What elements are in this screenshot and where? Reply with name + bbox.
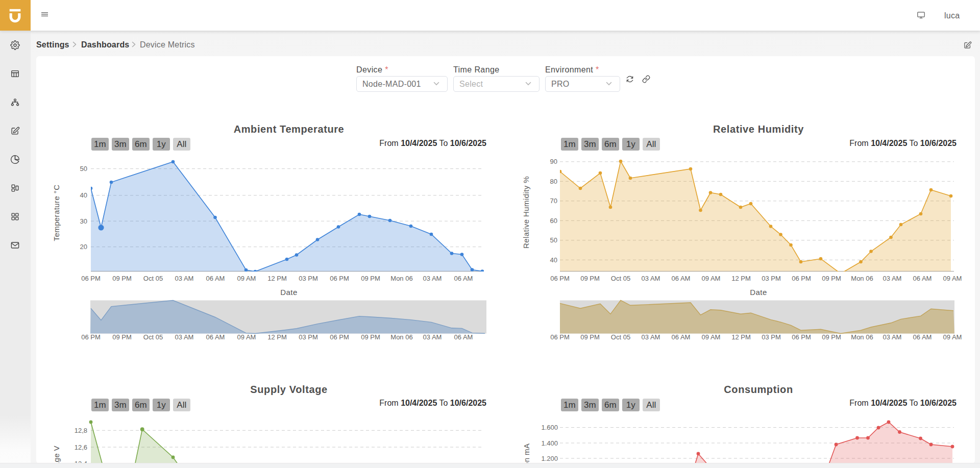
svg-text:03 PM: 03 PM (762, 333, 781, 341)
svg-text:12 PM: 12 PM (731, 275, 751, 282)
svg-text:06 AM: 06 AM (454, 333, 473, 341)
svg-text:06 PM: 06 PM (550, 275, 570, 282)
svg-text:09 PM: 09 PM (580, 333, 600, 341)
svg-text:06 PM: 06 PM (792, 275, 811, 282)
svg-text:50: 50 (80, 165, 87, 173)
svg-text:06 PM: 06 PM (792, 333, 811, 341)
svg-text:1.600: 1.600 (541, 424, 558, 431)
svg-text:03 AM: 03 AM (642, 333, 660, 341)
svg-text:09 AM: 09 AM (943, 275, 962, 282)
svg-text:09 PM: 09 PM (361, 333, 380, 341)
svg-text:09 AM: 09 AM (943, 333, 962, 341)
svg-text:50: 50 (550, 236, 557, 244)
svg-text:Oct 05: Oct 05 (143, 333, 163, 341)
svg-text:03 AM: 03 AM (642, 275, 660, 282)
svg-text:12 PM: 12 PM (267, 275, 287, 282)
svg-text:1.400: 1.400 (541, 439, 558, 447)
svg-text:90: 90 (550, 158, 557, 165)
svg-text:09 PM: 09 PM (112, 333, 132, 341)
svg-text:06 PM: 06 PM (330, 275, 349, 282)
svg-text:06 PM: 06 PM (81, 333, 101, 341)
svg-text:03 AM: 03 AM (175, 275, 194, 282)
svg-text:Oct 05: Oct 05 (143, 275, 163, 282)
svg-text:06 AM: 06 AM (454, 275, 473, 282)
svg-text:06 AM: 06 AM (672, 333, 691, 341)
svg-text:Date: Date (280, 288, 298, 297)
svg-text:03 AM: 03 AM (423, 333, 442, 341)
svg-text:03 AM: 03 AM (423, 275, 442, 282)
svg-text:03 PM: 03 PM (299, 333, 318, 341)
svg-text:12,6: 12,6 (75, 444, 87, 451)
svg-text:60: 60 (550, 217, 557, 225)
svg-text:09 PM: 09 PM (822, 333, 841, 341)
svg-text:06 AM: 06 AM (913, 275, 932, 282)
svg-text:Mon 06: Mon 06 (851, 275, 873, 282)
svg-text:70: 70 (550, 197, 557, 205)
svg-text:03 PM: 03 PM (762, 275, 781, 282)
svg-text:1.200: 1.200 (541, 455, 558, 462)
svg-text:09 PM: 09 PM (112, 275, 132, 282)
svg-text:09 AM: 09 AM (702, 275, 721, 282)
svg-text:Mon 06: Mon 06 (851, 333, 873, 341)
svg-text:30: 30 (80, 217, 87, 225)
svg-text:06 AM: 06 AM (672, 275, 691, 282)
svg-text:03 PM: 03 PM (299, 275, 318, 282)
svg-text:06 PM: 06 PM (81, 275, 101, 282)
svg-text:12 PM: 12 PM (731, 333, 751, 341)
svg-text:06 PM: 06 PM (330, 333, 349, 341)
svg-text:06 AM: 06 AM (913, 333, 932, 341)
svg-text:Oct 05: Oct 05 (611, 275, 630, 282)
svg-text:06 AM: 06 AM (206, 333, 225, 341)
svg-text:03 AM: 03 AM (175, 333, 194, 341)
svg-text:12 PM: 12 PM (267, 333, 287, 341)
svg-text:09 AM: 09 AM (702, 333, 721, 341)
svg-text:06 AM: 06 AM (206, 275, 225, 282)
svg-text:Relative Humidity %: Relative Humidity % (522, 176, 530, 249)
svg-text:Oct 05: Oct 05 (611, 333, 630, 341)
svg-text:80: 80 (550, 178, 557, 185)
svg-text:03 AM: 03 AM (883, 275, 902, 282)
svg-text:06 PM: 06 PM (550, 333, 570, 341)
svg-text:Date: Date (750, 288, 767, 297)
svg-text:12,8: 12,8 (75, 427, 87, 434)
svg-text:40: 40 (80, 191, 87, 199)
svg-text:09 AM: 09 AM (237, 333, 256, 341)
svg-text:09 PM: 09 PM (580, 275, 600, 282)
svg-text:Temperature °C: Temperature °C (52, 185, 61, 241)
svg-text:09 PM: 09 PM (361, 275, 380, 282)
svg-text:03 AM: 03 AM (883, 333, 902, 341)
svg-text:Mon 06: Mon 06 (390, 333, 412, 341)
svg-text:40: 40 (550, 256, 557, 264)
svg-text:09 PM: 09 PM (822, 275, 841, 282)
svg-text:09 AM: 09 AM (237, 275, 256, 282)
svg-text:20: 20 (80, 243, 87, 251)
svg-text:Mon 06: Mon 06 (390, 275, 412, 282)
